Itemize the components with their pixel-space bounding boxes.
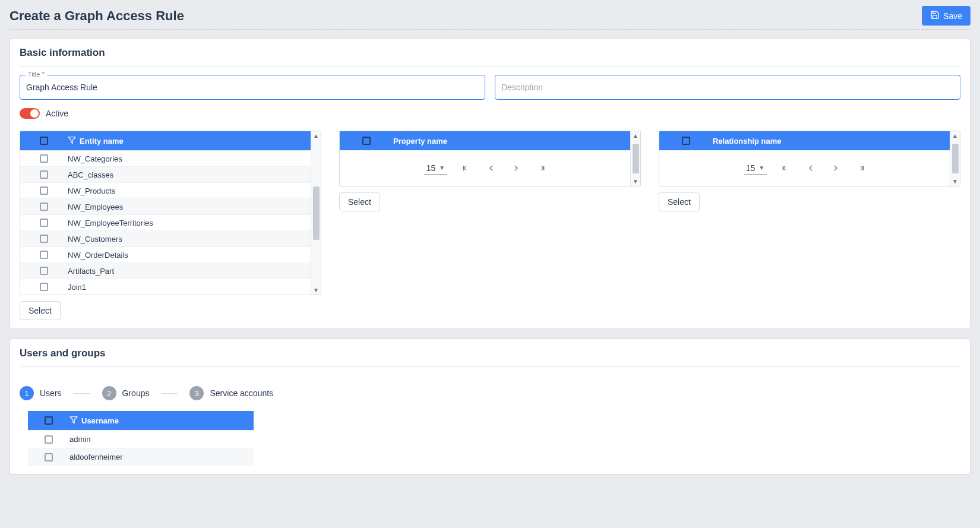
table-row[interactable]: aldoofenheimer	[28, 448, 254, 466]
save-button-label: Save	[943, 11, 962, 21]
panel-basic-information: Basic information Title * Active	[10, 38, 970, 329]
chevron-down-icon: ▼	[758, 165, 764, 171]
relationship-column-header[interactable]: Relationship name	[713, 137, 782, 146]
table-row[interactable]: ABC_classes	[20, 166, 311, 182]
pager-first-icon[interactable]	[781, 163, 791, 173]
row-checkbox[interactable]	[40, 154, 48, 163]
pager-next-icon[interactable]	[511, 163, 521, 173]
relationship-page-size-value: 15	[746, 163, 755, 173]
page-title: Create a Graph Access Rule	[10, 8, 184, 24]
panel-title-users-groups: Users and groups	[20, 347, 960, 359]
relationship-table: Relationship name 15 ▼	[659, 131, 960, 186]
pager-last-icon[interactable]	[856, 163, 865, 173]
pager-first-icon[interactable]	[461, 163, 471, 173]
row-checkbox[interactable]	[40, 267, 48, 275]
table-row[interactable]: NW_Categories	[20, 150, 311, 166]
row-checkbox[interactable]	[40, 251, 48, 259]
pager-prev-icon[interactable]	[806, 163, 815, 173]
users-table: Username adminaldoofenheimer	[28, 411, 254, 466]
step-label-users: Users	[40, 388, 62, 398]
pager-next-icon[interactable]	[831, 163, 840, 173]
relationship-select-all-checkbox[interactable]	[682, 137, 690, 145]
row-checkbox[interactable]	[40, 235, 48, 243]
table-row[interactable]: NW_Customers	[20, 230, 311, 246]
svg-marker-5	[70, 416, 77, 423]
users-select-all-checkbox[interactable]	[45, 416, 53, 425]
step-service-accounts[interactable]: 3 Service accounts	[189, 386, 273, 400]
entity-name-cell: Artifacts_Part	[68, 267, 311, 276]
table-row[interactable]: NW_OrderDetails	[20, 246, 311, 263]
property-page-size-value: 15	[426, 163, 436, 173]
property-page-size-select[interactable]: 15 ▼	[424, 162, 447, 175]
entity-name-cell: NW_EmployeeTerritories	[68, 219, 311, 227]
step-num-2: 2	[102, 386, 116, 400]
description-field[interactable]	[495, 75, 960, 100]
active-toggle[interactable]	[20, 108, 40, 119]
step-num-3: 3	[189, 386, 204, 400]
entity-name-cell: NW_OrderDetails	[68, 251, 311, 260]
property-select-button[interactable]: Select	[339, 192, 380, 211]
property-select-all-checkbox[interactable]	[362, 137, 371, 145]
step-groups[interactable]: 2 Groups	[102, 386, 150, 400]
scrollbar[interactable]: ▲▼	[630, 131, 640, 186]
description-field-wrap	[495, 75, 960, 100]
active-label: Active	[46, 109, 68, 118]
pager-prev-icon[interactable]	[486, 163, 496, 173]
save-button[interactable]: Save	[922, 6, 970, 26]
row-checkbox[interactable]	[45, 435, 53, 444]
scrollbar[interactable]: ▲▼	[311, 131, 321, 295]
filter-icon[interactable]	[68, 136, 76, 146]
property-table: Property name 15 ▼	[339, 131, 641, 186]
title-field[interactable]	[20, 75, 485, 100]
username-column-header[interactable]: Username	[81, 416, 119, 425]
panel-users-groups: Users and groups 1 Users 2 Groups 3 Serv…	[10, 339, 970, 475]
row-checkbox[interactable]	[40, 203, 48, 211]
title-field-wrap: Title *	[20, 75, 485, 100]
entity-column-header[interactable]: Entity name	[80, 137, 124, 146]
table-row[interactable]: admin	[28, 430, 254, 448]
save-icon	[930, 10, 940, 21]
header-divider	[10, 29, 970, 30]
step-label-service-accounts: Service accounts	[210, 388, 273, 398]
table-row[interactable]: NW_Products	[20, 182, 311, 198]
row-checkbox[interactable]	[40, 219, 48, 227]
username-cell: aldoofenheimer	[69, 453, 254, 461]
entity-select-button[interactable]: Select	[20, 301, 61, 320]
table-row[interactable]: NW_EmployeeTerritories	[20, 214, 311, 230]
row-checkbox[interactable]	[45, 453, 53, 461]
panel-title-basic: Basic information	[20, 47, 960, 59]
pager-last-icon[interactable]	[536, 163, 546, 173]
table-row[interactable]: Join1	[20, 279, 311, 295]
row-checkbox[interactable]	[40, 170, 48, 179]
username-cell: admin	[69, 435, 254, 444]
entity-name-cell: NW_Categories	[68, 154, 311, 163]
svg-marker-0	[68, 137, 75, 143]
step-users[interactable]: 1 Users	[20, 386, 62, 400]
property-column-header[interactable]: Property name	[393, 137, 447, 146]
step-divider	[74, 393, 90, 394]
relationship-select-button[interactable]: Select	[659, 192, 700, 211]
chevron-down-icon: ▼	[439, 165, 445, 171]
step-label-groups: Groups	[122, 388, 150, 398]
step-num-1: 1	[20, 386, 34, 400]
entity-name-cell: NW_Employees	[68, 203, 311, 211]
table-row[interactable]: Artifacts_Part	[20, 263, 311, 279]
entity-name-cell: ABC_classes	[68, 170, 311, 179]
entity-name-cell: NW_Products	[68, 186, 311, 195]
entity-select-all-checkbox[interactable]	[40, 137, 48, 145]
table-row[interactable]: NW_Employees	[20, 198, 311, 214]
row-checkbox[interactable]	[40, 186, 48, 195]
step-divider	[161, 393, 178, 394]
entity-name-cell: NW_Customers	[68, 235, 311, 244]
entity-table: Entity name NW_CategoriesABC_classesNW_P…	[20, 131, 321, 295]
scrollbar[interactable]: ▲▼	[950, 131, 960, 186]
entity-name-cell: Join1	[68, 283, 311, 292]
row-checkbox[interactable]	[40, 283, 48, 291]
relationship-page-size-select[interactable]: 15 ▼	[744, 162, 767, 175]
filter-icon[interactable]	[69, 416, 78, 426]
title-field-label: Title *	[26, 71, 47, 78]
